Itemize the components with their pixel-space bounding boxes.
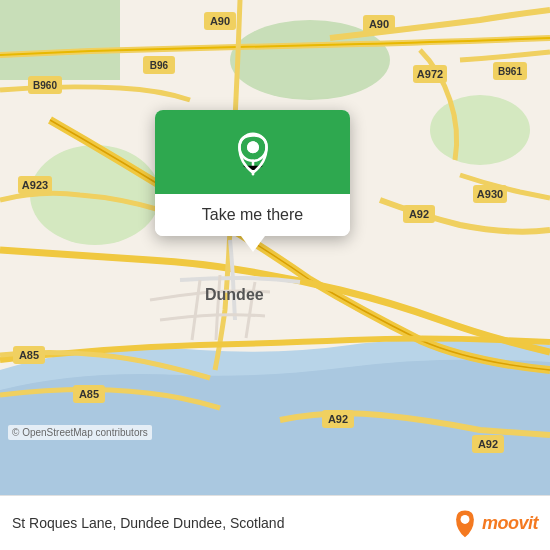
svg-text:A92: A92 <box>478 438 498 450</box>
svg-text:A930: A930 <box>477 188 503 200</box>
svg-point-34 <box>247 141 259 153</box>
svg-text:A85: A85 <box>79 388 99 400</box>
bottom-bar: St Roques Lane, Dundee Dundee, Scotland … <box>0 495 550 550</box>
map-attribution: © OpenStreetMap contributors <box>8 425 152 440</box>
svg-text:A972: A972 <box>417 68 443 80</box>
svg-text:A92: A92 <box>328 413 348 425</box>
moovit-label: moovit <box>482 513 538 534</box>
location-popup: Take me there <box>155 110 350 236</box>
popup-header <box>155 110 350 194</box>
map-container: Dundee A90 A90 B960 B961 A972 A923 A92 A… <box>0 0 550 495</box>
moovit-logo: moovit <box>451 507 538 539</box>
location-pin-icon <box>231 132 275 176</box>
svg-text:A85: A85 <box>19 349 39 361</box>
svg-text:A90: A90 <box>369 18 389 30</box>
svg-text:A923: A923 <box>22 179 48 191</box>
svg-text:A92: A92 <box>409 208 429 220</box>
svg-text:B96: B96 <box>150 60 169 71</box>
svg-text:B960: B960 <box>33 80 57 91</box>
svg-text:Dundee: Dundee <box>205 286 264 303</box>
map-svg: Dundee A90 A90 B960 B961 A972 A923 A92 A… <box>0 0 550 495</box>
svg-rect-3 <box>0 0 120 80</box>
moovit-pin-icon <box>451 507 479 539</box>
svg-text:A90: A90 <box>210 15 230 27</box>
popup-arrow <box>241 236 265 252</box>
svg-text:B961: B961 <box>498 66 522 77</box>
take-me-there-button[interactable]: Take me there <box>155 194 350 236</box>
location-text: St Roques Lane, Dundee Dundee, Scotland <box>12 515 443 531</box>
svg-point-2 <box>430 95 530 165</box>
svg-point-35 <box>461 515 470 524</box>
